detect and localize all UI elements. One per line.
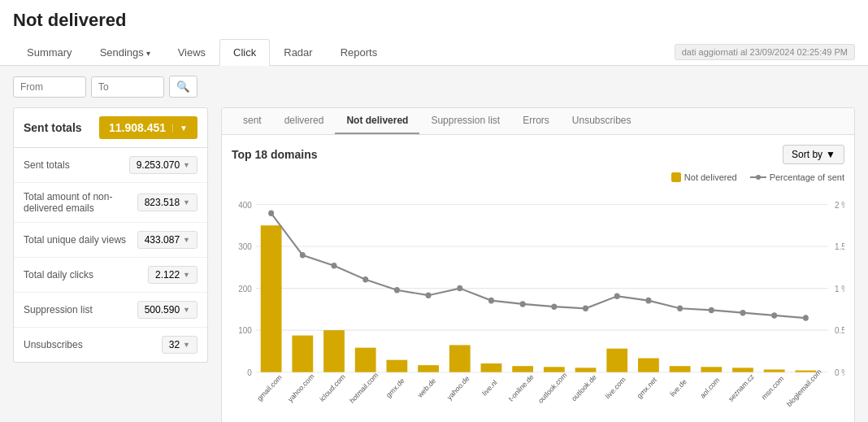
stat-value-btn-2[interactable]: 433.087 ▼ <box>137 231 197 249</box>
legend-not-delivered-label: Not delivered <box>684 172 737 182</box>
svg-text:outlook.com: outlook.com <box>536 371 568 405</box>
svg-point-40 <box>426 292 432 298</box>
search-button[interactable]: 🔍 <box>169 76 197 98</box>
chevron-down-icon: ▼ <box>183 271 190 279</box>
tab-summary[interactable]: Summary <box>13 39 86 65</box>
svg-text:gmail.com: gmail.com <box>256 373 284 403</box>
svg-rect-32 <box>732 368 753 372</box>
date-to-input[interactable] <box>91 76 164 98</box>
svg-text:1.5 %: 1.5 % <box>835 242 844 251</box>
stat-value-btn-0[interactable]: 9.253.070 ▼ <box>129 156 197 174</box>
svg-rect-19 <box>323 330 345 372</box>
svg-rect-23 <box>449 345 471 372</box>
chevron-down-icon: ▼ <box>183 306 190 314</box>
stat-value-btn-5[interactable]: 32 ▼ <box>162 336 197 354</box>
stat-label-2: Total unique daily views <box>24 234 126 246</box>
svg-point-38 <box>362 276 368 283</box>
svg-rect-33 <box>764 369 785 372</box>
svg-text:live.de: live.de <box>669 377 688 398</box>
stat-row: Sent totals 9.253.070 ▼ <box>14 148 207 183</box>
svg-rect-29 <box>638 359 659 372</box>
svg-text:300: 300 <box>238 242 252 251</box>
chevron-down-icon: ▼ <box>183 198 190 207</box>
chart-area: Top 18 domains Sort by ▼ Not delivered <box>222 135 854 422</box>
sub-tab-sent[interactable]: sent <box>232 108 273 134</box>
svg-text:gmx.de: gmx.de <box>384 376 406 400</box>
sort-button[interactable]: Sort by ▼ <box>783 145 844 164</box>
page-title: Not delivered <box>13 10 855 31</box>
stat-value-btn-4[interactable]: 500.590 ▼ <box>137 301 197 319</box>
chart-legend: Not delivered Percentage of sent <box>232 172 844 182</box>
svg-point-48 <box>677 306 683 312</box>
sent-totals-title: Sent totals <box>24 121 82 134</box>
legend-box-icon <box>671 172 681 182</box>
svg-rect-20 <box>355 348 376 372</box>
svg-rect-30 <box>670 366 691 372</box>
svg-text:bloglemail.com: bloglemail.com <box>785 368 822 408</box>
sub-tab-not-delivered[interactable]: Not delivered <box>335 108 419 134</box>
sub-tab-suppression[interactable]: Suppression list <box>419 108 511 134</box>
legend-not-delivered: Not delivered <box>671 172 737 182</box>
chevron-down-icon: ▼ <box>183 341 190 349</box>
stat-value-btn-3[interactable]: 2.122 ▼ <box>148 266 197 284</box>
legend-percentage-label: Percentage of sent <box>770 172 844 182</box>
svg-point-39 <box>394 287 400 294</box>
svg-point-52 <box>803 315 809 321</box>
svg-point-42 <box>488 298 494 304</box>
legend-line-icon <box>750 173 766 181</box>
svg-point-1 <box>756 175 761 180</box>
tab-sendings[interactable]: Sendings <box>86 39 164 65</box>
sub-tab-errors[interactable]: Errors <box>511 108 561 134</box>
svg-rect-25 <box>512 366 533 372</box>
tab-click[interactable]: Click <box>219 39 270 66</box>
stat-row: Total daily clicks 2.122 ▼ <box>14 258 207 293</box>
svg-text:outlook.de: outlook.de <box>570 372 597 402</box>
tab-views[interactable]: Views <box>164 39 219 65</box>
nav-tabs: Summary Sendings Views Click Radar Repor… <box>13 39 855 65</box>
chevron-down-icon: ▼ <box>183 161 190 169</box>
svg-text:1 %: 1 % <box>835 285 844 294</box>
legend-percentage: Percentage of sent <box>750 172 844 182</box>
svg-point-37 <box>332 263 337 269</box>
svg-point-50 <box>740 310 746 316</box>
stat-value-btn-1[interactable]: 823.518 ▼ <box>137 194 197 211</box>
stats-table: Sent totals 9.253.070 ▼ Total amount of … <box>13 148 208 363</box>
svg-text:200: 200 <box>238 285 252 294</box>
tab-radar[interactable]: Radar <box>270 39 326 65</box>
svg-rect-28 <box>606 349 627 372</box>
chevron-down-icon: ▼ <box>183 236 190 244</box>
date-from-input[interactable] <box>13 76 86 98</box>
stat-row: Total unique daily views 433.087 ▼ <box>14 223 207 258</box>
stat-label-1: Total amount of non-delivered emails <box>24 191 137 214</box>
svg-rect-18 <box>292 336 313 372</box>
right-panel: sent delivered Not delivered Suppression… <box>221 107 855 422</box>
sort-label: Sort by <box>792 149 822 160</box>
sub-tab-unsubscribes[interactable]: Unsubscribes <box>561 108 643 134</box>
svg-text:gmx.net: gmx.net <box>636 375 658 400</box>
svg-text:yahoo.com: yahoo.com <box>286 372 315 404</box>
svg-text:0.5 %: 0.5 % <box>835 326 844 335</box>
update-badge: dati aggiornati al 23/09/2024 02:25:49 P… <box>675 44 855 60</box>
svg-rect-27 <box>575 368 597 372</box>
sent-totals-header: Sent totals 11.908.451 ▼ <box>13 107 208 148</box>
content-area: 🔍 Sent totals 11.908.451 ▼ Sent totals 9… <box>0 66 868 422</box>
svg-rect-24 <box>481 363 502 372</box>
stat-label-4: Suppression list <box>24 304 93 315</box>
svg-point-45 <box>583 306 588 312</box>
sub-tab-delivered[interactable]: delivered <box>273 108 336 134</box>
svg-text:hotmail.com: hotmail.com <box>348 371 380 405</box>
svg-point-47 <box>645 298 651 304</box>
date-filter-row: 🔍 <box>13 76 855 98</box>
stat-row: Unsubscribes 32 ▼ <box>14 328 207 362</box>
svg-text:yahoo.de: yahoo.de <box>445 374 471 402</box>
svg-rect-21 <box>386 360 407 372</box>
svg-point-46 <box>614 294 620 300</box>
svg-rect-22 <box>418 365 439 372</box>
svg-text:2 %: 2 % <box>835 200 844 209</box>
svg-point-44 <box>551 303 557 310</box>
svg-rect-17 <box>261 225 282 372</box>
left-panel: Sent totals 11.908.451 ▼ Sent totals 9.2… <box>13 107 208 422</box>
svg-point-51 <box>771 312 777 319</box>
tab-reports[interactable]: Reports <box>327 39 392 65</box>
sent-totals-button[interactable]: 11.908.451 ▼ <box>99 116 197 139</box>
